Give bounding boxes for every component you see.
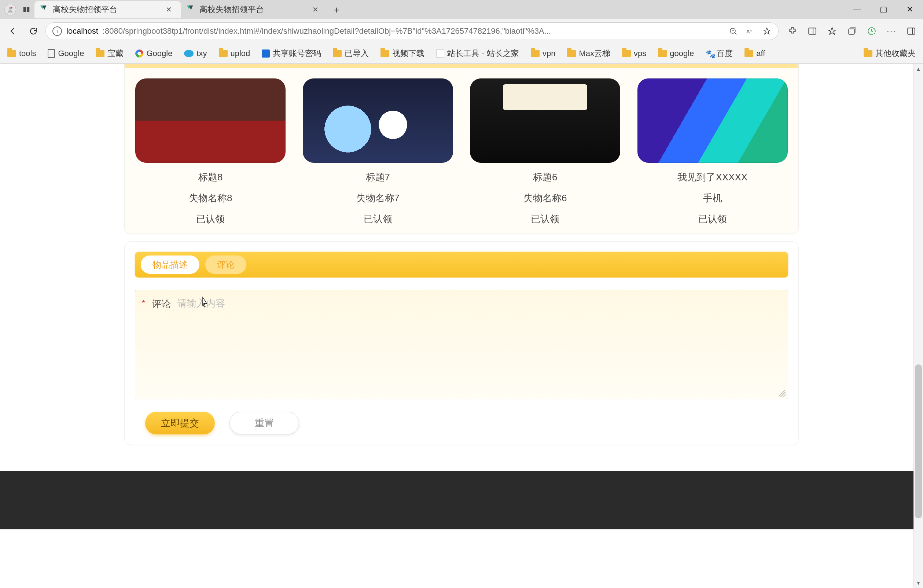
bookmark-item[interactable]: 视频下载 [378, 46, 427, 61]
item-card[interactable]: 标题8 失物名称8 已认领 [130, 79, 291, 225]
key-icon [262, 49, 270, 57]
vertical-scrollbar[interactable]: ▲ ▼ [913, 64, 923, 588]
item-thumbnail [637, 79, 788, 163]
bookmark-label: google [670, 49, 694, 58]
bookmark-item[interactable]: tools [5, 47, 38, 60]
tab-comments[interactable]: 评论 [205, 256, 246, 274]
item-status: 已认领 [196, 213, 225, 225]
bookmarks-bar: tools Google 宝藏 Google txy uplod 共享账号密码 … [0, 43, 923, 64]
collections-icon[interactable] [844, 24, 859, 38]
item-card[interactable]: 标题6 失物名称6 已认领 [465, 79, 626, 225]
copilot-sidebar-icon[interactable] [904, 24, 919, 38]
submit-button[interactable]: 立即提交 [145, 412, 215, 434]
folder-icon [7, 50, 16, 57]
bookmark-item[interactable]: aff [742, 47, 767, 60]
textarea-resize-handle[interactable] [779, 390, 785, 397]
bookmark-label: vpn [542, 49, 555, 58]
bookmark-item[interactable]: 已导入 [331, 46, 371, 61]
item-status: 已认领 [364, 213, 392, 225]
item-title: 标题7 [366, 171, 390, 184]
item-name: 手机 [703, 192, 722, 205]
browser-tab-0[interactable]: 高校失物招领平台 ✕ [34, 1, 181, 18]
bookmark-label: vps [634, 49, 646, 58]
tab-close-button[interactable]: ✕ [164, 4, 174, 15]
cloud-icon [184, 50, 194, 57]
url-rest: :8080/springboot38tp1/front/dist/index.h… [103, 26, 551, 36]
page-icon [48, 49, 55, 58]
folder-icon [744, 50, 753, 57]
performance-icon[interactable] [864, 24, 879, 38]
svg-rect-6 [809, 28, 816, 34]
bookmark-label: tools [19, 49, 36, 58]
bookmark-label: uplod [231, 49, 250, 58]
bookmark-item[interactable]: Google [46, 47, 86, 60]
window-minimize-button[interactable]: — [844, 0, 870, 19]
bookmark-item[interactable]: 站长工具 - 站长之家 [434, 46, 521, 61]
bookmark-label: 宝藏 [107, 48, 123, 59]
window-maximize-button[interactable]: ▢ [870, 0, 897, 19]
bookmark-item[interactable]: Max云梯 [565, 46, 613, 61]
bookmark-item[interactable]: 共享账号密码 [259, 46, 323, 61]
item-thumbnail [303, 79, 453, 163]
window-controls: — ▢ ✕ [844, 0, 923, 19]
nav-refresh-button[interactable] [25, 23, 42, 39]
bookmark-label: Google [58, 49, 84, 58]
browser-tab-1[interactable]: 高校失物招领平台 ✕ [181, 1, 328, 18]
profile-button[interactable] [4, 4, 16, 15]
url-host: localhost [66, 26, 98, 36]
item-card[interactable]: 我见到了XXXXX 手机 已认领 [632, 79, 793, 225]
scroll-down-arrow[interactable]: ▼ [914, 578, 923, 588]
new-tab-button[interactable]: ＋ [329, 2, 344, 17]
tab-close-button[interactable]: ✕ [310, 4, 320, 15]
paw-icon: 🐾 [706, 49, 714, 57]
vue-favicon-icon [40, 5, 48, 13]
bookmark-item[interactable]: uplod [217, 47, 253, 60]
mouse-cursor-icon [200, 297, 208, 307]
bookmark-overflow[interactable]: 其他收藏夹 [861, 46, 918, 61]
detail-tabs-card: 物品描述 评论 * 评论 立即提交 重置 [124, 241, 799, 445]
bookmark-label: 其他收藏夹 [875, 48, 916, 59]
favorite-icon[interactable] [762, 26, 772, 36]
bookmark-label: aff [756, 49, 765, 58]
bookmark-label: Max云梯 [579, 48, 610, 59]
google-icon [135, 49, 143, 57]
more-icon[interactable]: ··· [884, 24, 899, 38]
bookmark-item[interactable]: txy [182, 47, 209, 60]
svg-rect-7 [849, 29, 854, 34]
page-viewport: 标题8 失物名称8 已认领 标题7 失物名称7 已认领 标题6 失物名称6 [0, 64, 923, 588]
read-aloud-icon[interactable]: Aʰ [745, 26, 755, 36]
item-name: 失物名称8 [189, 192, 232, 205]
required-star: * [142, 298, 145, 308]
scroll-up-arrow[interactable]: ▲ [914, 64, 923, 74]
bookmark-label: 站长工具 - 站长之家 [447, 48, 519, 59]
item-card[interactable]: 标题7 失物名称7 已认领 [297, 79, 459, 225]
comment-label: 评论 [152, 298, 171, 310]
bookmark-item[interactable]: vpn [529, 47, 558, 60]
favorites-icon[interactable] [825, 24, 839, 38]
comment-form-area: * 评论 [135, 290, 788, 399]
address-bar[interactable]: i localhost :8080/springboot38tp1/front/… [46, 22, 778, 40]
nav-back-button[interactable] [4, 23, 21, 39]
item-name: 失物名称7 [356, 192, 399, 205]
tab-actions-button[interactable] [20, 3, 33, 16]
bookmark-item[interactable]: 🐾百度 [703, 46, 735, 61]
bookmark-item[interactable]: vps [620, 47, 649, 60]
reset-button[interactable]: 重置 [230, 412, 299, 434]
sidebar-icon[interactable] [805, 24, 820, 38]
bookmark-item[interactable]: google [656, 47, 696, 60]
tab-title: 高校失物招领平台 [199, 4, 264, 15]
window-close-button[interactable]: ✕ [897, 0, 923, 19]
comment-textarea[interactable] [177, 297, 781, 392]
tab-description[interactable]: 物品描述 [141, 256, 199, 274]
zoom-icon[interactable] [728, 26, 738, 36]
item-title: 标题8 [198, 171, 222, 184]
site-info-icon[interactable]: i [53, 26, 62, 36]
folder-icon [333, 50, 342, 57]
browser-tabstrip: 高校失物招领平台 ✕ 高校失物招领平台 ✕ ＋ — ▢ ✕ [0, 0, 923, 19]
bookmark-item[interactable]: Google [133, 47, 174, 60]
zz-icon [436, 49, 444, 57]
extensions-icon[interactable] [785, 24, 800, 38]
scrollbar-thumb[interactable] [915, 365, 922, 518]
bookmark-item[interactable]: 宝藏 [94, 46, 126, 61]
bookmark-label: 百度 [717, 48, 733, 59]
